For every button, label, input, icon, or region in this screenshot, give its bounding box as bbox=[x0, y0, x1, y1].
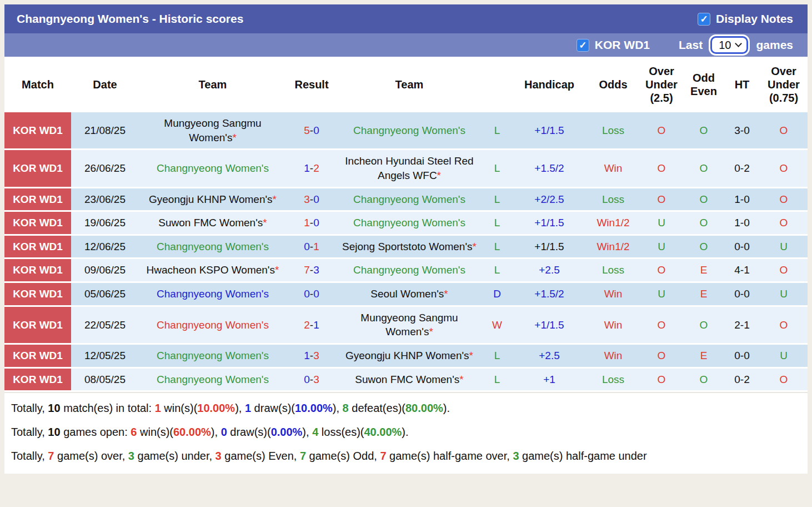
home-score: 1 bbox=[304, 217, 310, 228]
result-cell: 1-3 bbox=[287, 344, 337, 368]
home-team-link[interactable]: Changnyeong Women's bbox=[157, 241, 269, 252]
wdl-letter-cell: L bbox=[482, 211, 512, 235]
odds-cell: Loss bbox=[587, 259, 640, 282]
result-cell: 0-0 bbox=[287, 282, 337, 306]
totals-segment: game(s) over, bbox=[54, 450, 128, 462]
home-team-link[interactable]: Changnyeong Women's bbox=[157, 350, 269, 361]
totals-segment: 10.00% bbox=[197, 402, 235, 414]
league-checkbox[interactable]: ✓ bbox=[577, 39, 589, 52]
result-cell: 1-2 bbox=[287, 150, 337, 187]
totals-segment: draw(s)( bbox=[251, 402, 295, 414]
table-header-row: MatchDateTeamResultTeamHandicapOddsOver … bbox=[4, 57, 808, 112]
over-under-2-5-cell: U bbox=[640, 282, 683, 306]
totals-segment: 10 bbox=[48, 402, 60, 414]
home-team-link[interactable]: Mungyeong Sangmu Women's bbox=[164, 117, 261, 143]
odds-cell: Win bbox=[587, 282, 640, 306]
column-header-match: Match bbox=[4, 57, 71, 112]
totals-segment: games open: bbox=[61, 426, 131, 438]
home-team-link[interactable]: Changnyeong Women's bbox=[157, 162, 269, 174]
away-score: 3 bbox=[313, 374, 319, 385]
odds-cell: Loss bbox=[587, 187, 640, 211]
games-count-select[interactable]: 10 bbox=[710, 36, 748, 54]
totals-footer: Totally, 10 match(es) in total: 1 win(s)… bbox=[4, 392, 808, 474]
away-team-link[interactable]: Suwon FMC Women's bbox=[355, 374, 459, 385]
totals-segment: Totally, bbox=[11, 450, 48, 462]
home-team-cell: Changnyeong Women's bbox=[139, 150, 287, 187]
page-title: Changnyeong Women's - Historic scores bbox=[17, 12, 243, 26]
handicap-cell: +1.5/2 bbox=[512, 150, 587, 187]
totals-segment: game(s) under, bbox=[134, 450, 215, 462]
match-league-cell: KOR WD1 bbox=[4, 112, 71, 150]
odds-cell: Loss bbox=[587, 367, 640, 391]
odds-cell: Win bbox=[587, 344, 640, 368]
home-team-link[interactable]: Changnyeong Women's bbox=[157, 374, 269, 385]
date-cell: 09/06/25 bbox=[71, 259, 139, 282]
home-team-cell: Changnyeong Women's bbox=[139, 344, 287, 368]
away-team-link[interactable]: Changnyeong Women's bbox=[353, 125, 465, 136]
totals-segment: game(s) Even, bbox=[222, 450, 300, 462]
over-under-0-75-cell: U bbox=[760, 344, 808, 368]
handicap-cell: +1 bbox=[512, 367, 587, 391]
handicap-cell: +2.5 bbox=[512, 259, 587, 282]
historic-scores-table: MatchDateTeamResultTeamHandicapOddsOver … bbox=[4, 57, 808, 392]
table-row: KOR WD126/06/25Changnyeong Women's1-2Inc… bbox=[4, 150, 808, 187]
away-team-link[interactable]: Changnyeong Women's bbox=[353, 193, 465, 205]
away-team-cell: Incheon Hyundai Steel Red Angels WFC* bbox=[337, 150, 482, 187]
table-body: KOR WD121/08/25Mungyeong Sangmu Women's*… bbox=[4, 112, 808, 391]
wdl-letter-cell: L bbox=[482, 187, 512, 211]
totals-segment: match(es) in total: bbox=[61, 402, 155, 414]
totals-segment: win(s)( bbox=[161, 402, 198, 414]
totals-segment: 3 bbox=[513, 450, 519, 462]
totals-line-2: Totally, 10 games open: 6 win(s)(60.00%)… bbox=[4, 420, 808, 444]
home-team-link[interactable]: Suwon FMC Women's bbox=[158, 217, 263, 228]
odd-even-cell: O bbox=[683, 367, 724, 391]
home-team-link[interactable]: Gyeongju KHNP Women's bbox=[149, 193, 273, 205]
totals-segment: 3 bbox=[128, 450, 134, 462]
home-team-link[interactable]: Changnyeong Women's bbox=[157, 288, 269, 300]
home-team-cell: Mungyeong Sangmu Women's* bbox=[139, 112, 287, 150]
away-score: 0 bbox=[313, 193, 319, 205]
column-header-handicap: Handicap bbox=[512, 57, 587, 112]
match-league-cell: KOR WD1 bbox=[4, 259, 71, 282]
home-score: 2 bbox=[304, 319, 310, 331]
match-league-cell: KOR WD1 bbox=[4, 306, 71, 344]
column-header-blank-5 bbox=[482, 57, 512, 112]
away-team-cell: Changnyeong Women's bbox=[337, 259, 482, 282]
table-row: KOR WD108/05/25Changnyeong Women's0-3Suw… bbox=[4, 367, 808, 391]
result-cell: 7-3 bbox=[287, 259, 337, 282]
away-score: 3 bbox=[313, 264, 319, 276]
away-score: 0 bbox=[313, 288, 319, 300]
home-team-link[interactable]: Changnyeong Women's bbox=[157, 319, 269, 331]
totals-segment: win(s)( bbox=[137, 426, 173, 438]
away-team-link[interactable]: Incheon Hyundai Steel Red Angels WFC bbox=[345, 155, 473, 181]
ht-cell: 0-2 bbox=[724, 367, 760, 391]
date-cell: 12/06/25 bbox=[71, 235, 139, 259]
away-team-link[interactable]: Seoul Women's bbox=[370, 288, 444, 300]
column-header-odd-even: Odd Even bbox=[683, 57, 724, 112]
wdl-letter-cell: L bbox=[482, 235, 512, 259]
match-league-cell: KOR WD1 bbox=[4, 235, 71, 259]
away-team-link[interactable]: Changnyeong Women's bbox=[353, 264, 465, 276]
totals-segment: ), bbox=[333, 402, 343, 414]
away-team-link[interactable]: Mungyeong Sangmu Women's bbox=[360, 312, 458, 338]
away-team-link[interactable]: Sejong Sportstoto Women's bbox=[342, 241, 473, 252]
display-notes-checkbox[interactable]: ✓ bbox=[698, 13, 710, 26]
column-header-date: Date bbox=[71, 57, 139, 112]
match-league-cell: KOR WD1 bbox=[4, 211, 71, 235]
column-header-over-under-2-5-: Over Under (2.5) bbox=[640, 57, 683, 112]
away-team-cell: Mungyeong Sangmu Women's* bbox=[337, 306, 482, 344]
display-notes-group: ✓ Display Notes bbox=[698, 12, 793, 26]
totals-segment: ), bbox=[235, 402, 245, 414]
home-team-link[interactable]: Hwacheon KSPO Women's bbox=[147, 264, 275, 276]
over-under-2-5-cell: U bbox=[640, 235, 683, 259]
match-league-cell: KOR WD1 bbox=[4, 150, 71, 187]
totals-segment: 4 bbox=[312, 426, 318, 438]
odds-cell: Win bbox=[587, 150, 640, 187]
over-under-2-5-cell: O bbox=[640, 259, 683, 282]
away-team-link[interactable]: Changnyeong Women's bbox=[353, 217, 465, 228]
totals-line-3: Totally, 7 game(s) over, 3 game(s) under… bbox=[4, 444, 808, 468]
table-row: KOR WD123/06/25Gyeongju KHNP Women's*3-0… bbox=[4, 187, 808, 211]
away-team-link[interactable]: Gyeongju KHNP Women's bbox=[345, 350, 469, 361]
away-score: 1 bbox=[313, 241, 319, 252]
match-league-cell: KOR WD1 bbox=[4, 282, 71, 306]
